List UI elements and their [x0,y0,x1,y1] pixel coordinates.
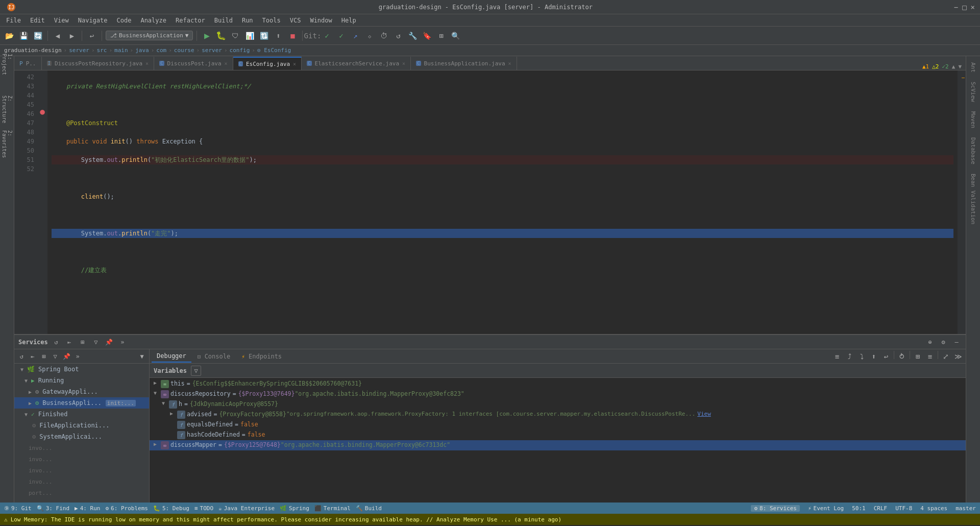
statusbar-spring[interactable]: 🌿 Spring [280,505,309,512]
tree-item-business[interactable]: ▶ ⚙ BusinessAppli... init:... [14,397,149,409]
database-tool-window[interactable]: Database [968,133,978,169]
tab-es-close[interactable]: × [402,61,405,66]
var-hashcode-defined[interactable]: f hashCodeDefined = false [150,430,966,440]
toolbar-search-button[interactable]: 🔍 [449,30,461,42]
var-equals-defined[interactable]: f equalsDefined = false [150,420,966,430]
favorites-tool-window[interactable]: 2: Favorites [1,138,13,150]
tree-toolbar-btn-2[interactable]: ⇤ [28,351,38,362]
statusbar-event-log[interactable]: ⚡ Event Log [808,505,844,512]
structure-tool-window[interactable]: Z: Structure [1,103,13,115]
maven-tool-window[interactable]: Maven [968,107,978,132]
tree-item-system-app[interactable]: ⚙ SystemApplicai... [14,431,149,442]
tab-dp-close[interactable]: × [225,61,228,66]
tree-toolbar-btn-3[interactable]: ⊞ [39,351,49,362]
services-pin-button[interactable]: 📌 [104,337,114,347]
breadcrumb-server2[interactable]: server [202,47,222,54]
debug-filter-button[interactable]: ▽ [191,366,201,376]
bean-validation-tool-window[interactable]: Bean Validation [968,170,978,228]
code-content[interactable]: private RestHighLevelClient restHighLeve… [47,70,958,334]
menu-tools[interactable]: Tools [258,16,285,25]
statusbar-build[interactable]: 🔨 Build [356,505,382,512]
toolbar-forward-button[interactable]: ▶ [66,30,78,42]
statusbar-terminal[interactable]: ⬛ Terminal [314,505,351,512]
nav-up-button[interactable]: ▲ [952,63,955,70]
services-more-button[interactable]: » [117,337,128,347]
var-h[interactable]: ▼ f h = {JdkDynamicAopProxy@8557} [150,399,966,410]
statusbar-position[interactable]: 50:1 [852,505,866,512]
endpoints-tab[interactable]: ⚡ Endpoints [236,351,287,362]
project-tool-window[interactable]: 1: Project [1,58,13,70]
menu-refactor[interactable]: Refactor [172,16,209,25]
close-button[interactable]: × [971,3,975,11]
dbg-step-over[interactable]: ≡ [831,351,843,362]
toolbar-open-button[interactable]: 📂 [3,30,15,42]
breadcrumb-course[interactable]: course [174,47,194,54]
toolbar-git-tick-button[interactable]: ✓ [335,30,347,42]
menu-view[interactable]: View [50,16,73,25]
statusbar-problems[interactable]: ⚙ 6: Problems [105,505,148,512]
toolbar-rollback-button[interactable]: ↺ [392,30,404,42]
menu-file[interactable]: File [2,16,25,25]
toolbar-layout-button[interactable]: ⊞ [435,30,447,42]
tab-discuss-post[interactable]: C DiscussPost.java × [154,57,233,70]
toolbar-update-button[interactable]: ⬆ [272,30,284,42]
menu-navigate[interactable]: Navigate [74,16,112,25]
dbg-run-to-cursor[interactable]: ↩ [880,351,892,362]
scview-tool-window[interactable]: ScView [968,78,978,106]
toolbar-git-arrow-button[interactable]: ↗ [349,30,361,42]
var-this[interactable]: ▶ = this = {EsConfig$$EnhancerBySpringCG… [150,379,966,389]
tree-item-file-app[interactable]: ⚙ FileApplicationi... [14,420,149,431]
statusbar-find[interactable]: 🔍 3: Find [37,505,69,512]
toolbar-run-button[interactable]: ▶ [201,30,213,42]
services-maximize-button[interactable]: ⊕ [925,337,935,347]
breadcrumb-src[interactable]: src [97,47,107,54]
tab-project[interactable]: P P.. [14,57,42,70]
tree-toolbar-btn-5[interactable]: 📌 [61,351,71,362]
tree-item-finished[interactable]: ▼ ✓ Finished [14,409,149,420]
tree-item-port[interactable]: port... [14,487,149,498]
tab-esconfig[interactable]: C EsConfig.java × [233,57,302,70]
toolbar-git-button[interactable]: Git: [306,30,318,42]
statusbar-charset[interactable]: UTF-8 [895,505,912,512]
services-group-button[interactable]: ⊞ [78,337,88,347]
toolbar-synchronize-button[interactable]: 🔄 [32,30,44,42]
services-filter-button[interactable]: ▽ [91,337,101,347]
menu-window[interactable]: Window [306,16,336,25]
dbg-table-view[interactable]: ⊞ [912,351,923,362]
toolbar-coverage-button[interactable]: 🛡 [229,30,241,42]
breadcrumb-main[interactable]: main [114,47,128,54]
statusbar-run[interactable]: ▶ 4: Run [75,505,100,512]
toolbar-history-button[interactable]: ⏱ [378,30,390,42]
breadcrumb-server[interactable]: server [69,47,89,54]
statusbar-java-enterprise[interactable]: ☕ Java Enterprise [218,505,275,512]
tab-ba-close[interactable]: × [508,61,511,66]
breadcrumb-com[interactable]: com [156,47,166,54]
toolbar-stop-button[interactable]: ■ [286,30,299,42]
minimize-button[interactable]: − [954,3,958,11]
tree-item-invo-2[interactable]: invo... [14,453,149,465]
toolbar-back-button[interactable]: ◀ [52,30,64,42]
dbg-resume[interactable]: ⤴ [844,351,855,362]
services-settings-button[interactable]: ⚙ [938,337,948,347]
debugger-tab[interactable]: Debugger [152,350,191,363]
var-discuss-mapper[interactable]: ▶ ∞ discussMapper = {$Proxy125@7648} "or… [150,440,966,450]
dbg-step-into[interactable]: ⤵ [856,351,867,362]
services-close-button[interactable]: — [951,337,962,347]
var-discuss-repo[interactable]: ▼ ∞ discussRepository = {$Proxy133@7649}… [150,389,966,399]
menu-code[interactable]: Code [113,16,136,25]
statusbar-debug[interactable]: 🐛 5: Debug [153,505,189,512]
toolbar-branch-selector[interactable]: ⎇ BusinessApplication ▼ [106,31,193,40]
dbg-expand-right2[interactable]: ≫ [952,351,964,362]
tree-item-spring-boot[interactable]: ▼ 🌿 Spring Boot [14,364,149,375]
tree-item-running[interactable]: ▼ ▶ Running [14,375,149,386]
window-controls[interactable]: − □ × [954,3,975,11]
tab-esc-close[interactable]: × [293,61,296,67]
tree-toolbar-btn-4[interactable]: ▽ [50,351,60,362]
breakpoint-46[interactable]: ● [37,107,47,116]
tree-item-invo-3[interactable]: invo... [14,465,149,476]
dbg-evaluate[interactable]: ⥁ [896,351,908,362]
statusbar-services[interactable]: ⚙ 8: Services [751,505,799,512]
dbg-settings-btn[interactable]: ≡ [924,351,936,362]
menu-analyze[interactable]: Analyze [136,16,170,25]
menu-edit[interactable]: Edit [26,16,49,25]
